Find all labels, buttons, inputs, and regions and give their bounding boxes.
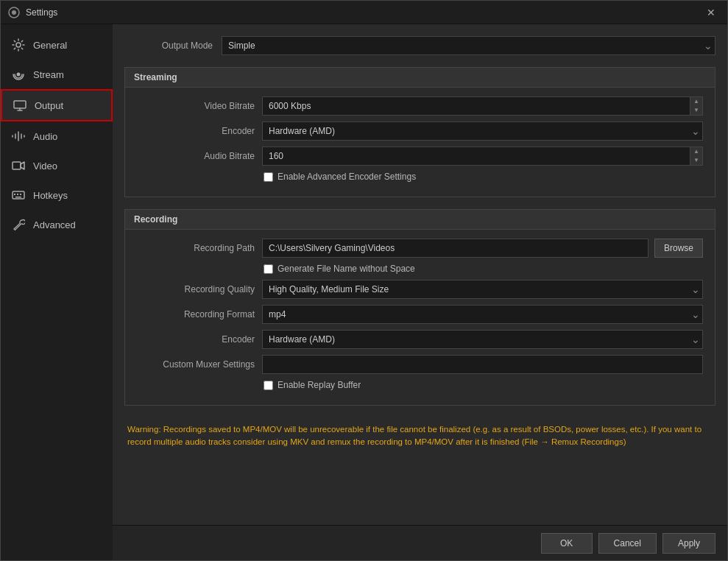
svg-point-2 — [16, 43, 21, 47]
cancel-button[interactable]: Cancel — [598, 533, 657, 554]
audio-bitrate-row: Audio Bitrate ▲ ▼ — [137, 147, 703, 166]
window-title: Settings — [26, 7, 57, 18]
replay-buffer-label: Enable Replay Buffer — [278, 380, 361, 390]
encoder-label: Encoder — [137, 126, 255, 136]
wrench-icon — [11, 217, 26, 232]
video-bitrate-row: Video Bitrate ▲ ▼ — [137, 96, 703, 116]
gear-icon — [11, 38, 26, 52]
replay-buffer-row: Enable Replay Buffer — [264, 380, 703, 390]
svg-point-1 — [12, 10, 16, 15]
sidebar-label-advanced: Advanced — [33, 219, 76, 230]
gen-filename-checkbox[interactable] — [264, 264, 273, 274]
recording-encoder-wrapper: Hardware (AMD) Software (x264) ⌄ — [262, 330, 703, 349]
video-bitrate-spin-buttons: ▲ ▼ — [690, 96, 703, 116]
footer: OK Cancel Apply — [113, 525, 727, 560]
gen-filename-row: Generate File Name without Space — [264, 264, 703, 274]
output-mode-wrapper: Simple Advanced ⌄ — [222, 36, 715, 55]
recording-encoder-row: Encoder Hardware (AMD) Software (x264) ⌄ — [137, 330, 703, 349]
recording-path-row: Recording Path Browse — [137, 239, 703, 258]
sidebar-item-audio[interactable]: Audio — [1, 121, 113, 151]
recording-path-control: Browse — [262, 239, 703, 258]
recording-quality-wrapper: High Quality, Medium File Size Lossless … — [262, 280, 703, 299]
recording-format-row: Recording Format mp4 mkv mov ⌄ — [137, 305, 703, 324]
recording-body: Recording Path Browse Generate File Name… — [125, 230, 715, 405]
main-panel: Output Mode Simple Advanced ⌄ Streaming — [113, 24, 727, 560]
svg-rect-7 — [14, 194, 15, 195]
stream-icon — [11, 67, 26, 82]
sidebar-label-output: Output — [35, 100, 63, 111]
recording-quality-row: Recording Quality High Quality, Medium F… — [137, 280, 703, 299]
recording-section: Recording Recording Path Browse — [124, 209, 715, 406]
content-area: General Stream Output — [1, 24, 727, 560]
audio-bitrate-down-button[interactable]: ▼ — [690, 156, 702, 165]
sidebar-label-video: Video — [33, 160, 57, 172]
sidebar-label-general: General — [33, 40, 67, 51]
sidebar-item-stream[interactable]: Stream — [1, 60, 113, 89]
adv-encoder-label: Enable Advanced Encoder Settings — [278, 172, 416, 182]
audio-bitrate-spin-buttons: ▲ ▼ — [690, 147, 703, 166]
video-bitrate-down-button[interactable]: ▼ — [690, 106, 702, 115]
video-bitrate-input[interactable] — [262, 96, 690, 116]
audio-bitrate-label: Audio Bitrate — [137, 151, 255, 161]
streaming-section: Streaming Video Bitrate ▲ ▼ — [124, 67, 715, 197]
audio-bitrate-up-button[interactable]: ▲ — [690, 147, 702, 156]
close-button[interactable]: ✕ — [702, 4, 720, 21]
audio-bitrate-input[interactable] — [262, 147, 690, 166]
apply-button[interactable]: Apply — [662, 533, 715, 554]
gen-filename-label: Generate File Name without Space — [278, 264, 415, 274]
warning-text: Warning: Recordings saved to MP4/MOV wil… — [124, 417, 715, 455]
svg-rect-5 — [13, 162, 21, 169]
audio-bitrate-spinbox: ▲ ▼ — [262, 147, 703, 166]
sidebar-item-hotkeys[interactable]: Hotkeys — [1, 180, 113, 210]
recording-encoder-select[interactable]: Hardware (AMD) Software (x264) — [262, 330, 703, 349]
recording-quality-select[interactable]: High Quality, Medium File Size Lossless … — [262, 280, 703, 299]
output-mode-row: Output Mode Simple Advanced ⌄ — [124, 36, 715, 55]
output-icon — [13, 98, 27, 113]
sidebar-label-hotkeys: Hotkeys — [33, 190, 68, 201]
titlebar-left: Settings — [8, 7, 57, 18]
encoder-select[interactable]: Hardware (AMD) Software (x264) — [262, 121, 703, 141]
svg-rect-4 — [14, 101, 26, 108]
custom-muxer-row: Custom Muxer Settings — [137, 355, 703, 374]
svg-rect-10 — [15, 197, 21, 198]
adv-encoder-row: Enable Advanced Encoder Settings — [264, 172, 703, 182]
streaming-body: Video Bitrate ▲ ▼ Encoder — [125, 88, 715, 197]
output-mode-select[interactable]: Simple Advanced — [222, 36, 715, 55]
settings-window: Settings ✕ General — [0, 0, 728, 561]
video-bitrate-up-button[interactable]: ▲ — [690, 97, 702, 106]
svg-point-3 — [17, 73, 21, 77]
replay-buffer-checkbox[interactable] — [264, 381, 273, 390]
sidebar-item-video[interactable]: Video — [1, 151, 113, 180]
browse-button[interactable]: Browse — [654, 239, 703, 258]
recording-header: Recording — [125, 210, 715, 230]
sidebar-item-output[interactable]: Output — [1, 89, 113, 121]
sidebar-label-audio: Audio — [33, 131, 57, 142]
recording-format-select[interactable]: mp4 mkv mov — [262, 305, 703, 324]
custom-muxer-label: Custom Muxer Settings — [137, 359, 255, 370]
video-bitrate-label: Video Bitrate — [137, 101, 255, 111]
encoder-row: Encoder Hardware (AMD) Software (x264) ⌄ — [137, 121, 703, 141]
sidebar-item-general[interactable]: General — [1, 30, 113, 60]
custom-muxer-input[interactable] — [262, 355, 703, 374]
titlebar: Settings ✕ — [1, 1, 727, 24]
video-bitrate-spinbox: ▲ ▼ — [262, 96, 703, 116]
streaming-header: Streaming — [125, 68, 715, 88]
recording-format-label: Recording Format — [137, 309, 255, 320]
adv-encoder-checkbox[interactable] — [264, 172, 273, 182]
svg-rect-9 — [20, 194, 21, 195]
video-icon — [11, 158, 26, 173]
svg-rect-8 — [17, 194, 18, 195]
encoder-wrapper: Hardware (AMD) Software (x264) ⌄ — [262, 121, 703, 141]
audio-icon — [11, 129, 26, 144]
recording-quality-label: Recording Quality — [137, 284, 255, 294]
app-icon — [8, 7, 20, 18]
sidebar-label-stream: Stream — [33, 69, 64, 80]
recording-path-label: Recording Path — [137, 243, 255, 253]
recording-path-input[interactable] — [262, 239, 649, 258]
sidebar-item-advanced[interactable]: Advanced — [1, 210, 113, 239]
sidebar: General Stream Output — [1, 24, 113, 560]
recording-format-wrapper: mp4 mkv mov ⌄ — [262, 305, 703, 324]
output-mode-label: Output Mode — [124, 40, 213, 51]
main-content: Output Mode Simple Advanced ⌄ Streaming — [113, 24, 727, 525]
ok-button[interactable]: OK — [541, 533, 593, 554]
